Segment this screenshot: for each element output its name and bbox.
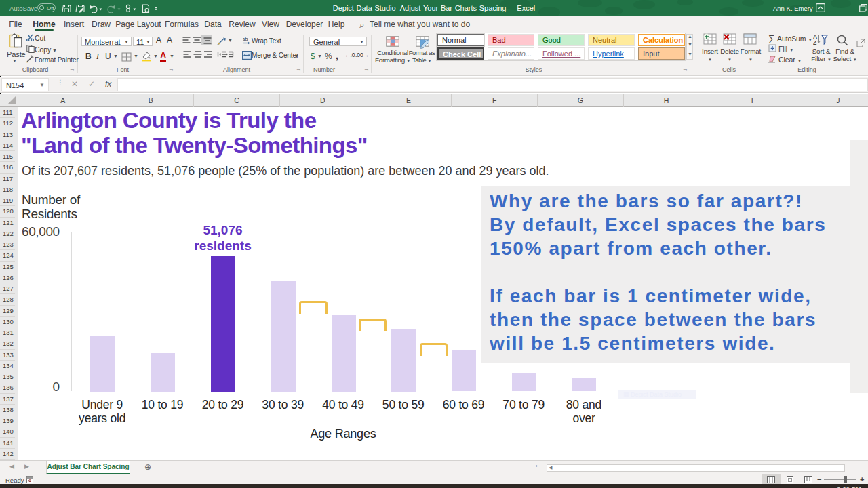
svg-text:Z: Z	[813, 39, 816, 46]
svg-text:ab: ab	[243, 37, 248, 42]
